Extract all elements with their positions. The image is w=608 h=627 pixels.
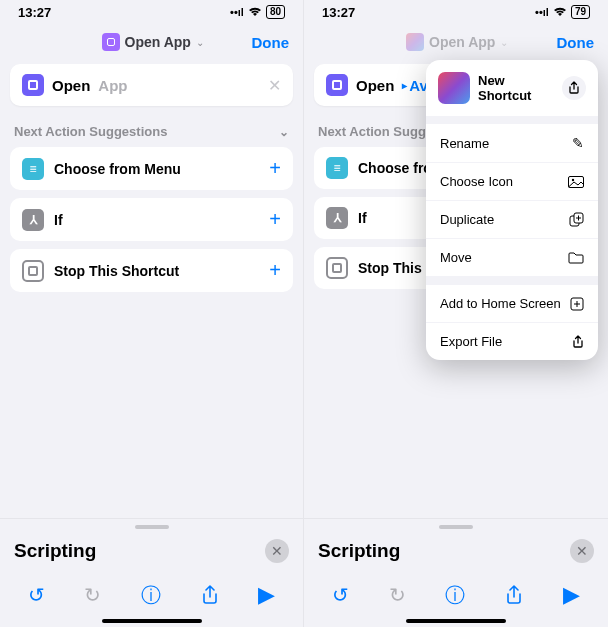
- nav-title-button[interactable]: Open App ⌄: [54, 33, 252, 51]
- if-icon: ⅄: [326, 207, 348, 229]
- export-icon: [572, 335, 584, 349]
- plus-icon[interactable]: +: [269, 157, 281, 180]
- phone-right: 13:27 ••ıl 79 Open App ⌄ Done Open ▸Av N…: [304, 0, 608, 627]
- status-right: ••ıl 80: [230, 5, 285, 19]
- menu-label: Rename: [440, 136, 489, 151]
- signal-icon: ••ıl: [535, 6, 549, 18]
- share-icon[interactable]: [562, 76, 586, 100]
- suggestion-row[interactable]: ⅄ If +: [10, 198, 293, 241]
- menu-item-export[interactable]: Export File: [426, 323, 598, 360]
- menu-label: Export File: [440, 334, 502, 349]
- play-icon[interactable]: ▶: [563, 582, 580, 608]
- menu-item-choose-icon[interactable]: Choose Icon: [426, 163, 598, 201]
- menu-icon: ≡: [22, 158, 44, 180]
- add-square-icon: [570, 297, 584, 311]
- menu-icon: ≡: [326, 157, 348, 179]
- menu-item-duplicate[interactable]: Duplicate: [426, 201, 598, 239]
- status-time: 13:27: [322, 5, 355, 20]
- share-icon[interactable]: [201, 585, 219, 605]
- bottom-sheet[interactable]: Scripting ✕: [304, 518, 608, 573]
- popup-title: New Shortcut: [478, 73, 554, 103]
- nav-bar: Open App ⌄ Done: [304, 24, 608, 60]
- menu-item-rename[interactable]: Rename ✎: [426, 124, 598, 163]
- status-bar: 13:27 ••ıl 80: [0, 0, 303, 24]
- home-indicator: [406, 619, 506, 623]
- stop-icon: [22, 260, 44, 282]
- info-icon[interactable]: ⓘ: [141, 582, 161, 609]
- image-icon: [568, 176, 584, 188]
- menu-item-move[interactable]: Move: [426, 239, 598, 277]
- wifi-icon: [248, 7, 262, 17]
- bottom-sheet[interactable]: Scripting ✕: [0, 518, 303, 573]
- open-app-icon: [22, 74, 44, 96]
- undo-icon[interactable]: ↺: [28, 583, 45, 607]
- nav-title: Open App: [125, 34, 191, 50]
- info-icon[interactable]: ⓘ: [445, 582, 465, 609]
- done-button[interactable]: Done: [557, 34, 595, 51]
- svg-point-1: [572, 178, 574, 180]
- battery-icon: 79: [571, 5, 590, 19]
- pencil-icon: ✎: [572, 135, 584, 151]
- duplicate-icon: [569, 212, 584, 227]
- chevron-down-icon: ⌄: [279, 125, 289, 139]
- action-open-label: Open: [356, 77, 394, 94]
- sheet-grabber[interactable]: [439, 525, 473, 529]
- suggestion-label: Stop This Shortcut: [54, 263, 259, 279]
- menu-item-add-home[interactable]: Add to Home Screen: [426, 285, 598, 323]
- status-right: ••ıl 79: [535, 5, 590, 19]
- suggestions-title: Next Action Suggestions: [14, 124, 167, 139]
- nav-title-button[interactable]: Open App ⌄: [358, 33, 557, 51]
- redo-icon: ↻: [84, 583, 101, 607]
- nav-title: Open App: [429, 34, 495, 50]
- redo-icon: ↻: [389, 583, 406, 607]
- suggestions-title: Next Action Sugge: [318, 124, 433, 139]
- suggestions-header[interactable]: Next Action Suggestions ⌄: [10, 106, 293, 147]
- wifi-icon: [553, 7, 567, 17]
- home-indicator: [102, 619, 202, 623]
- triangle-icon: ▸: [402, 80, 407, 91]
- share-icon[interactable]: [505, 585, 523, 605]
- menu-label: Add to Home Screen: [440, 296, 561, 311]
- chevron-down-icon: ⌄: [196, 37, 204, 48]
- nav-bar: Open App ⌄ Done: [0, 24, 303, 60]
- action-app-value[interactable]: ▸Av: [402, 77, 428, 94]
- menu-label: Move: [440, 250, 472, 265]
- action-app-placeholder[interactable]: App: [98, 77, 127, 94]
- sheet-title: Scripting: [14, 540, 96, 562]
- suggestion-row[interactable]: Stop This Shortcut +: [10, 249, 293, 292]
- status-time: 13:27: [18, 5, 51, 20]
- menu-label: Duplicate: [440, 212, 494, 227]
- plus-icon[interactable]: +: [269, 259, 281, 282]
- action-open-label: Open: [52, 77, 90, 94]
- status-bar: 13:27 ••ıl 79: [304, 0, 608, 24]
- signal-icon: ••ıl: [230, 6, 244, 18]
- close-icon[interactable]: ✕: [570, 539, 594, 563]
- open-app-icon: [326, 74, 348, 96]
- shortcuts-app-icon: [438, 72, 470, 104]
- popup-header: New Shortcut: [426, 60, 598, 124]
- undo-icon[interactable]: ↺: [332, 583, 349, 607]
- plus-icon[interactable]: +: [269, 208, 281, 231]
- if-icon: ⅄: [22, 209, 44, 231]
- menu-separator: [426, 277, 598, 285]
- play-icon[interactable]: ▶: [258, 582, 275, 608]
- shortcut-mini-icon: [102, 33, 120, 51]
- done-button[interactable]: Done: [252, 34, 290, 51]
- action-card[interactable]: Open App ✕: [10, 64, 293, 106]
- sheet-grabber[interactable]: [135, 525, 169, 529]
- menu-label: Choose Icon: [440, 174, 513, 189]
- suggestion-label: Choose from Menu: [54, 161, 259, 177]
- close-icon[interactable]: ✕: [265, 539, 289, 563]
- chevron-down-icon: ⌄: [500, 37, 508, 48]
- battery-icon: 80: [266, 5, 285, 19]
- phone-left: 13:27 ••ıl 80 Open App ⌄ Done Open App ✕: [0, 0, 304, 627]
- sheet-title: Scripting: [318, 540, 400, 562]
- stop-icon: [326, 257, 348, 279]
- shortcut-mini-icon: [406, 33, 424, 51]
- suggestion-row[interactable]: ≡ Choose from Menu +: [10, 147, 293, 190]
- folder-icon: [568, 252, 584, 264]
- suggestion-label: If: [54, 212, 259, 228]
- clear-icon[interactable]: ✕: [268, 76, 281, 95]
- shortcut-menu-popup: New Shortcut Rename ✎ Choose Icon Duplic…: [426, 60, 598, 360]
